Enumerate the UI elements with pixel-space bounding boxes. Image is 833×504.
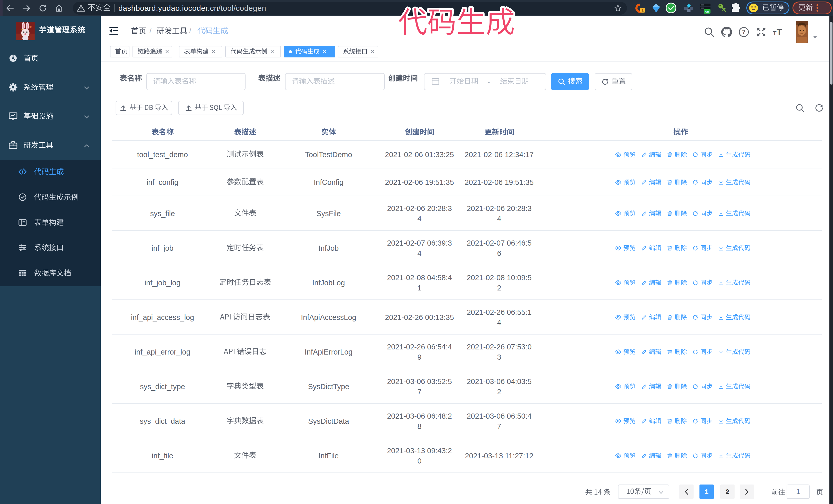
svg-text:on: on [705,10,709,13]
svg-text:?: ? [742,29,745,35]
svg-text:T: T [773,30,777,37]
svg-text:T: T [777,27,782,37]
svg-text:1: 1 [642,8,644,12]
